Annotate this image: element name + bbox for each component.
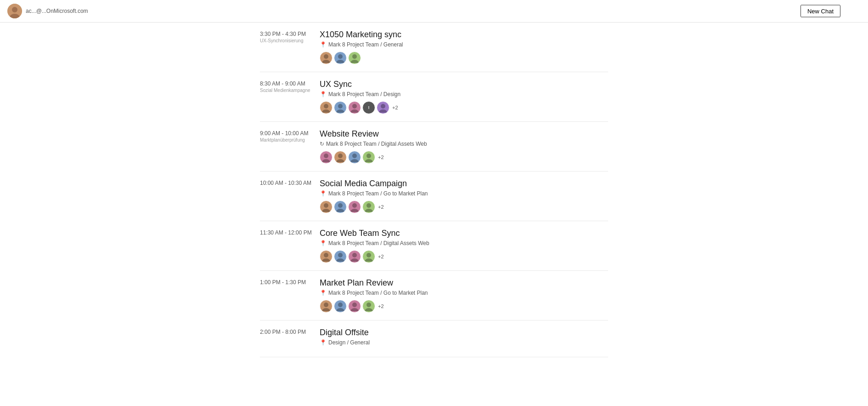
event-details: Market Plan Review 📍 Mark 8 Project Team…	[320, 278, 608, 313]
avatar	[362, 300, 375, 313]
event-details: Core Web Team Sync 📍 Mark 8 Project Team…	[320, 229, 608, 263]
event-title: Core Web Team Sync	[320, 229, 608, 238]
svg-point-15	[381, 104, 385, 109]
recurrence-icon: ↻	[320, 141, 324, 147]
svg-point-10	[322, 109, 330, 113]
svg-point-25	[324, 203, 328, 208]
avatar	[320, 300, 333, 313]
svg-point-5	[338, 54, 343, 59]
avatar: !	[362, 101, 375, 114]
event-title: Market Plan Review	[320, 278, 608, 288]
event-list: 3:30 PM - 4:30 PM UX-Synchronisierung X1…	[0, 23, 868, 357]
avatar	[348, 151, 361, 164]
svg-point-14	[350, 109, 359, 113]
event-details: Website Review ↻ Mark 8 Project Team / D…	[320, 129, 608, 164]
avatar	[320, 51, 333, 64]
svg-point-29	[352, 203, 357, 208]
avatar	[348, 300, 361, 313]
svg-point-46	[350, 308, 359, 311]
svg-point-47	[366, 303, 371, 307]
event-item[interactable]: 1:00 PM - 1:30 PM Market Plan Review 📍 M…	[260, 271, 608, 320]
event-title: UX Sync	[320, 80, 608, 89]
event-item[interactable]: 2:00 PM - 8:00 PM Digital Offsite 📍 Desi…	[260, 320, 608, 357]
side-label-2: Sozial Medienkampagne	[260, 88, 320, 93]
svg-point-19	[338, 154, 343, 158]
svg-point-30	[350, 209, 359, 212]
avatars-row: +2	[320, 250, 608, 263]
event-location: 📍 Mark 8 Project Team / Go to Market Pla…	[320, 290, 608, 296]
event-time: 3:30 PM - 4:30 PM UX-Synchronisierung	[260, 30, 320, 43]
event-location: 📍 Design / General	[320, 339, 608, 346]
svg-point-6	[336, 60, 344, 63]
event-item[interactable]: 9:00 AM - 10:00 AM Marktplanüberprüfung …	[260, 122, 608, 172]
location-icon: 📍	[320, 339, 327, 346]
svg-point-35	[338, 253, 343, 257]
svg-point-40	[365, 258, 373, 262]
svg-point-34	[322, 258, 330, 262]
avatar	[348, 250, 361, 263]
avatars-row: +2	[320, 300, 608, 313]
avatar	[348, 101, 361, 114]
location-icon: 📍	[320, 190, 327, 197]
avatar-count: +2	[378, 254, 384, 259]
svg-point-48	[365, 308, 373, 311]
svg-point-24	[365, 159, 373, 162]
event-time: 10:00 AM - 10:30 AM	[260, 179, 320, 186]
avatar	[320, 151, 333, 164]
svg-point-3	[324, 54, 328, 59]
avatar	[334, 300, 347, 313]
avatars-row: ! +2	[320, 101, 608, 114]
event-time: 9:00 AM - 10:00 AM Marktplanüberprüfung	[260, 129, 320, 143]
event-item[interactable]: 3:30 PM - 4:30 PM UX-Synchronisierung X1…	[260, 23, 608, 72]
avatar	[348, 51, 361, 64]
svg-point-1	[12, 7, 17, 12]
event-details: Digital Offsite 📍 Design / General	[320, 328, 608, 349]
location-icon: 📍	[320, 240, 327, 246]
event-location: 📍 Mark 8 Project Team / Design	[320, 91, 608, 97]
side-label-1: UX-Synchronisierung	[260, 38, 320, 43]
event-details: UX Sync 📍 Mark 8 Project Team / Design	[320, 80, 608, 114]
svg-point-45	[352, 303, 357, 307]
location-icon: 📍	[320, 290, 327, 296]
event-title: Website Review	[320, 129, 608, 139]
avatar	[320, 101, 333, 114]
event-location: 📍 Mark 8 Project Team / General	[320, 41, 608, 48]
svg-point-16	[379, 109, 387, 113]
svg-point-39	[366, 253, 371, 257]
event-title: X1050 Marketing sync	[320, 30, 608, 40]
location-icon: 📍	[320, 91, 327, 97]
svg-point-21	[352, 154, 357, 158]
event-title: Digital Offsite	[320, 328, 608, 337]
svg-point-13	[352, 104, 357, 109]
svg-point-9	[324, 104, 328, 109]
svg-point-32	[365, 209, 373, 212]
user-avatar[interactable]	[7, 4, 22, 18]
event-item[interactable]: 11:30 AM - 12:00 PM Core Web Team Sync 📍…	[260, 221, 608, 271]
svg-point-11	[338, 104, 343, 109]
event-time: 2:00 PM - 8:00 PM	[260, 328, 320, 335]
event-details: X1050 Marketing sync 📍 Mark 8 Project Te…	[320, 30, 608, 64]
svg-point-7	[352, 54, 357, 59]
location-icon: 📍	[320, 41, 327, 48]
event-item[interactable]: 8:30 AM - 9:00 AM Sozial Medienkampagne …	[260, 72, 608, 122]
side-label-3: Marktplanüberprüfung	[260, 137, 320, 143]
svg-point-27	[338, 203, 343, 208]
svg-point-18	[322, 159, 330, 162]
svg-point-12	[336, 109, 344, 113]
avatar-count: +2	[378, 303, 384, 309]
svg-point-44	[336, 308, 344, 311]
avatar	[334, 200, 347, 213]
event-location: 📍 Mark 8 Project Team / Digital Assets W…	[320, 240, 608, 246]
avatars-row: +2	[320, 200, 608, 213]
event-title: Social Media Campaign	[320, 179, 608, 189]
svg-point-36	[336, 258, 344, 262]
avatar	[320, 250, 333, 263]
svg-point-37	[352, 253, 357, 257]
event-location: ↻ Mark 8 Project Team / Digital Assets W…	[320, 141, 608, 147]
avatars-row	[320, 51, 608, 64]
avatar	[362, 151, 375, 164]
svg-point-8	[350, 60, 359, 63]
event-item[interactable]: 10:00 AM - 10:30 AM Social Media Campaig…	[260, 172, 608, 221]
new-chat-button[interactable]: New Chat	[800, 5, 840, 17]
user-email: ac...@...OnMicrosoft.com	[26, 8, 88, 14]
